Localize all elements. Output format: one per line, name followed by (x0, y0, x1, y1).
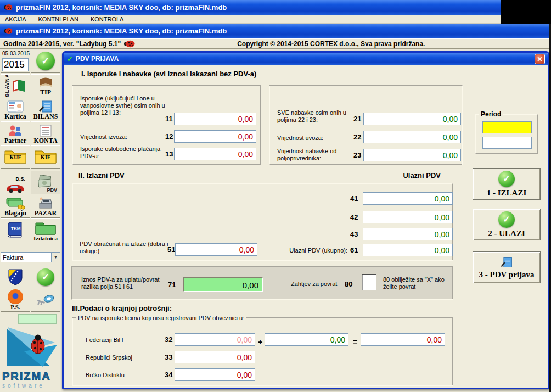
field-61-input[interactable] (363, 244, 453, 256)
field-number: 33 (165, 353, 172, 361)
field-22-input[interactable] (363, 131, 461, 143)
period-year-input[interactable] (482, 137, 532, 149)
chevron-down-icon[interactable]: ▼ (51, 253, 60, 262)
ladybug-icon (123, 40, 136, 48)
close-icon[interactable]: ✕ (535, 54, 545, 64)
field-12-input[interactable] (174, 130, 256, 143)
field-23-input[interactable] (363, 149, 461, 161)
current-date: 05.03.2015 (1, 49, 30, 57)
field-32-input[interactable] (175, 333, 255, 346)
sidebar-button-kuf[interactable]: KUF (1, 145, 30, 169)
green-folder-icon (35, 220, 57, 236)
field-32-total-input[interactable] (361, 333, 445, 346)
sidebar-button-pdv[interactable]: PDV (31, 171, 60, 194)
sidebar-button-kartica[interactable]: Kartica (1, 98, 30, 121)
section2-heading-left: II. Izlazni PDV (78, 171, 125, 180)
sidebar-button-kif[interactable]: KIF (31, 145, 60, 169)
section2-panel: 41 42 43 PDV obračunat na izlaze (dobra … (72, 183, 453, 261)
field-41-input[interactable] (363, 192, 453, 205)
field-13-input[interactable] (174, 148, 256, 160)
pdv-prijava-dialog: ✓ PDV PRIJAVA ✕ I. Isporuke i nabavke (s… (62, 51, 549, 389)
sidebar-button-label: Izdatnica (33, 236, 58, 243)
button-label: 1 - IZLAZI (487, 188, 527, 198)
field-11-input[interactable] (174, 113, 256, 125)
sidebar-button-ps[interactable]: P.S. (1, 289, 30, 312)
menu-kontrola[interactable]: KONTROLA (91, 16, 124, 23)
field-label: Ulazni PDV (ukupno): (271, 247, 347, 254)
checkbox-hint: 80 obilježite sa "X" ako želite povrat (383, 276, 454, 290)
field-label: PDV obračunat na izlaze (dobra i usluge) (80, 240, 173, 255)
field-label: Vrijednost uvoza: (277, 135, 354, 142)
field-51-input[interactable] (175, 243, 257, 256)
prizma-logo: PRIZMA software (2, 324, 59, 390)
field-number: 80 (345, 280, 352, 288)
field-43-input[interactable] (363, 228, 453, 240)
desktop-black-area (501, 0, 551, 24)
field-label: Zahtjev za povrat (291, 281, 348, 288)
check-icon: ✓ (37, 268, 54, 286)
document-type-dropdown[interactable]: Faktura ▼ (1, 252, 60, 262)
check-icon: ✓ (498, 171, 515, 187)
keys-icon (36, 294, 55, 306)
main-window-titlebar: prizmaFIN 2012, korisnik: MEDIA SKY doo,… (0, 0, 501, 15)
sidebar-button-tkm[interactable]: TKM (1, 218, 30, 243)
check-icon: ✓ (36, 52, 55, 70)
sidebar-button-label: TIP (40, 89, 51, 97)
sidebar-button-bih-flag[interactable] (1, 266, 30, 288)
logo-title: PRIZMA (2, 370, 59, 383)
button-label: 2 - ULAZI (488, 229, 525, 238)
field-label: Vrijednost izvoza: (80, 133, 172, 141)
sidebar-button-konta[interactable]: KONTA (31, 121, 60, 145)
dialog-title: PDV PRIJAVA (76, 55, 119, 63)
inner-window-titlebar: prizmaFIN 2012, korisnik: MEDIA SKY doo,… (0, 24, 549, 38)
field-21-input[interactable] (363, 113, 461, 125)
status-indicator-box (18, 314, 57, 324)
menu-akcija[interactable]: AKCIJA (5, 16, 26, 23)
account-list-icon (38, 124, 53, 137)
ulazi-button[interactable]: ✓ 2 - ULAZI (473, 209, 541, 240)
check-icon: ✓ (67, 55, 73, 63)
field-number: 42 (350, 213, 358, 221)
sidebar-button-blagajn[interactable]: Blagajn (1, 195, 30, 218)
field-34-input[interactable] (175, 368, 255, 381)
sidebar-button-tip[interactable]: TIP (31, 74, 60, 97)
tkm-label: TKM (11, 226, 20, 231)
people-icon (7, 124, 24, 137)
field-32b-input[interactable] (265, 333, 348, 346)
sidebar-button-pazar[interactable]: PAZAR (31, 195, 60, 218)
field-number: 22 (353, 133, 361, 141)
field-number: 34 (165, 371, 172, 379)
folder-label: KUF (4, 154, 27, 160)
field-71-input[interactable] (183, 277, 263, 292)
sidebar-button-izdatnica[interactable]: Izdatnica (31, 218, 60, 243)
field-80-checkbox[interactable] (362, 274, 376, 290)
period-month-input[interactable] (482, 121, 532, 133)
screen: prizmaFIN 2012, korisnik: MEDIA SKY doo,… (0, 0, 551, 392)
sidebar-button-glavna[interactable]: GLAVNA (1, 74, 30, 97)
pdv-prijava-button[interactable]: 3 - PDV prijava (473, 251, 541, 283)
section1-left-panel: Isporuke (uključujući i one u vanposlovn… (72, 85, 261, 165)
confirm-year-button[interactable]: ✓ (31, 49, 60, 73)
sidebar-button-label: BILANS (33, 113, 58, 121)
year-input[interactable] (2, 58, 29, 71)
card-icon (7, 100, 24, 113)
status-copyright: Copyright © 2014-2015 CORTEX d.o.o., Sva… (237, 40, 425, 48)
field-number: 12 (165, 132, 173, 141)
sidebar-confirm-button[interactable]: ✓ (31, 266, 60, 288)
izlazi-button[interactable]: ✓ 1 - IZLAZI (473, 168, 541, 200)
green-book-icon (10, 79, 27, 93)
plus-sign: + (258, 338, 262, 346)
sidebar-button-bilans[interactable]: BILANS (31, 98, 60, 121)
field-label: Republici Srpskoj (86, 354, 157, 361)
period-label: Period (479, 110, 503, 118)
field-42-input[interactable] (363, 211, 453, 223)
sidebar-button-label: Partner (4, 137, 26, 145)
sidebar-button-ds[interactable]: D.S. (1, 171, 30, 194)
menu-kontni-plan[interactable]: KONTNI PLAN (38, 16, 78, 23)
sidebar-button-keys[interactable] (31, 289, 60, 312)
field-33-input[interactable] (175, 351, 255, 363)
section3-heading: III.Podaci o krajnjoj potrošnji: (72, 304, 172, 312)
field-number: 43 (350, 230, 358, 238)
sidebar-button-partner[interactable]: Partner (1, 121, 30, 145)
yellow-folder-icon: KIF (34, 148, 57, 166)
